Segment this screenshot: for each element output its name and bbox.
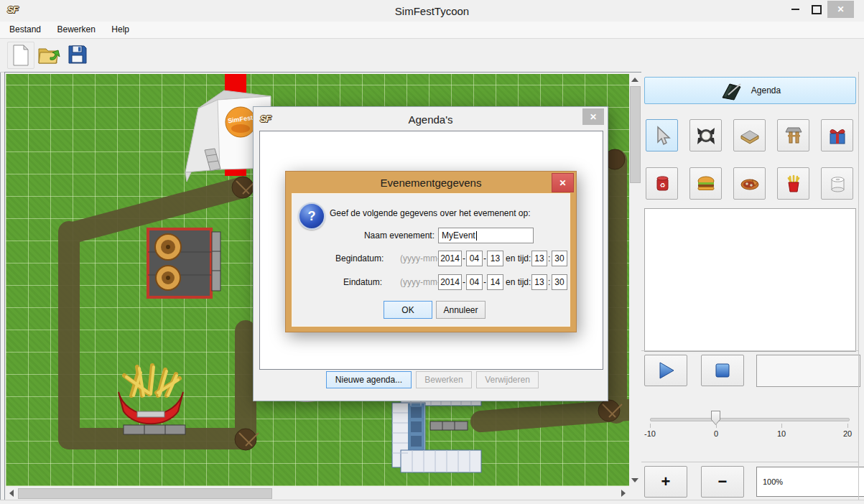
zoom-in-button[interactable]: + bbox=[644, 466, 687, 498]
scroll-right-button[interactable] bbox=[618, 487, 629, 499]
map-vertical-scrollbar[interactable] bbox=[629, 74, 641, 486]
status-bar bbox=[0, 500, 864, 504]
end-date-label: Eindatum: bbox=[343, 277, 382, 287]
sidebar: Agenda bbox=[641, 72, 864, 500]
toilet-block[interactable] bbox=[392, 391, 481, 472]
minus-icon: − bbox=[718, 474, 728, 490]
scroll-up-button[interactable] bbox=[629, 74, 641, 85]
horizontal-scrollbar-thumb[interactable] bbox=[18, 488, 272, 499]
slider-tick-label: 10 bbox=[777, 429, 786, 438]
begin-minute-input[interactable]: 30 bbox=[552, 251, 567, 266]
delete-agenda-button[interactable]: Verwijderen bbox=[476, 371, 539, 388]
scroll-down-button[interactable] bbox=[629, 475, 641, 486]
fries-stand[interactable] bbox=[119, 365, 183, 424]
stop-icon bbox=[712, 360, 733, 381]
time-separator: : bbox=[548, 277, 550, 287]
begin-month-input[interactable]: 04 bbox=[466, 251, 483, 266]
road-tile-tool-button[interactable] bbox=[733, 119, 766, 151]
speed-slider[interactable]: -10 0 10 20 bbox=[644, 402, 858, 445]
minimize-icon bbox=[791, 9, 799, 10]
end-time-label: en tijd: bbox=[506, 277, 531, 287]
bench[interactable] bbox=[124, 425, 185, 434]
date-separator: - bbox=[483, 253, 486, 263]
select-tool-button[interactable] bbox=[646, 119, 678, 151]
slider-track[interactable] bbox=[650, 418, 850, 421]
begin-year-input[interactable]: 2014 bbox=[438, 251, 462, 266]
burger-stand[interactable] bbox=[148, 229, 211, 297]
new-file-button[interactable] bbox=[7, 42, 34, 69]
scroll-up-icon bbox=[631, 78, 638, 82]
event-dialog-title: Evenementgegevens bbox=[286, 177, 576, 189]
spotlight-tool-button[interactable] bbox=[689, 119, 722, 151]
begin-day-input[interactable]: 13 bbox=[487, 251, 503, 266]
fries-icon bbox=[783, 173, 804, 195]
slider-tick-label: 20 bbox=[843, 429, 852, 438]
play-button[interactable] bbox=[644, 355, 687, 386]
fries-tool-button[interactable] bbox=[777, 167, 809, 200]
spotlight-icon bbox=[695, 125, 717, 146]
menu-help[interactable]: Help bbox=[105, 22, 136, 37]
toilet-paper-tool-button[interactable] bbox=[821, 167, 853, 200]
agenda-icon bbox=[720, 80, 744, 101]
sidebar-right-border bbox=[858, 72, 859, 500]
agenda-button-label: Agenda bbox=[751, 85, 781, 95]
close-button[interactable]: ✕ bbox=[827, 1, 854, 18]
event-dialog-close-button[interactable]: ✕ bbox=[552, 173, 574, 192]
gate-tool-button[interactable] bbox=[777, 119, 809, 151]
sidebar-separator bbox=[641, 350, 858, 351]
end-minute-input[interactable]: 30 bbox=[552, 274, 567, 290]
maximize-button[interactable] bbox=[806, 0, 827, 19]
gift-tool-button[interactable] bbox=[821, 119, 853, 151]
minimize-button[interactable] bbox=[784, 0, 806, 19]
bench[interactable] bbox=[212, 232, 220, 291]
ok-button[interactable]: OK bbox=[384, 301, 432, 319]
map-horizontal-scrollbar[interactable] bbox=[6, 487, 629, 499]
edit-agenda-button[interactable]: Bewerken bbox=[416, 371, 472, 388]
end-year-input[interactable]: 2014 bbox=[438, 274, 462, 290]
sidebar-separator bbox=[641, 462, 858, 462]
event-name-input[interactable]: MyEvent bbox=[438, 228, 534, 243]
end-day-input[interactable]: 14 bbox=[487, 274, 503, 290]
event-dialog-content: ? Geef de volgende gegevens over het eve… bbox=[292, 193, 570, 327]
vertical-scrollbar-thumb[interactable] bbox=[630, 86, 641, 183]
begin-date-label: Begindatum: bbox=[335, 253, 384, 263]
zoom-level-field[interactable]: 100% bbox=[756, 467, 864, 497]
time-separator: : bbox=[548, 253, 550, 263]
trash-bin-icon: ♻ bbox=[651, 173, 673, 195]
titlebar: SF SimFestTycoon ✕ bbox=[0, 0, 864, 22]
scroll-left-button[interactable] bbox=[6, 487, 17, 499]
save-file-button[interactable] bbox=[65, 42, 90, 67]
scroll-right-icon bbox=[621, 490, 626, 497]
text-caret bbox=[476, 231, 477, 241]
window-title: SimFestTycoon bbox=[0, 5, 864, 17]
menu-bewerken[interactable]: Bewerken bbox=[51, 22, 102, 37]
event-name-value: MyEvent bbox=[442, 230, 475, 241]
toilet-paper-icon bbox=[827, 173, 848, 195]
road-tile-icon bbox=[739, 125, 761, 146]
agenda-dialog-close-button[interactable]: ✕ bbox=[582, 108, 604, 125]
slider-thumb[interactable] bbox=[712, 411, 720, 424]
end-month-input[interactable]: 04 bbox=[466, 274, 483, 290]
save-icon bbox=[68, 44, 88, 65]
pizza-icon bbox=[739, 173, 761, 195]
agenda-button[interactable]: Agenda bbox=[644, 77, 856, 104]
trash-bin-tool-button[interactable]: ♻ bbox=[646, 167, 678, 200]
stop-button[interactable] bbox=[701, 355, 744, 386]
end-hour-input[interactable]: 13 bbox=[531, 274, 547, 290]
zoom-out-button[interactable]: − bbox=[701, 466, 744, 498]
begin-hour-input[interactable]: 13 bbox=[531, 251, 547, 266]
cancel-button[interactable]: Annuleer bbox=[436, 301, 486, 319]
open-folder-icon bbox=[37, 44, 60, 65]
gift-icon bbox=[827, 125, 848, 146]
plus-icon: + bbox=[661, 474, 671, 490]
svg-text:♻: ♻ bbox=[659, 182, 665, 189]
slider-tick bbox=[847, 424, 848, 428]
pizza-tool-button[interactable] bbox=[733, 167, 766, 200]
menu-bestand[interactable]: Bestand bbox=[3, 22, 47, 37]
slider-tick-label: -10 bbox=[644, 429, 656, 438]
agenda-list-panel[interactable] bbox=[644, 208, 856, 352]
burger-tool-button[interactable] bbox=[689, 167, 722, 200]
bench[interactable] bbox=[430, 421, 468, 430]
new-agenda-button[interactable]: Nieuwe agenda... bbox=[326, 371, 412, 388]
open-file-button[interactable] bbox=[36, 42, 62, 67]
